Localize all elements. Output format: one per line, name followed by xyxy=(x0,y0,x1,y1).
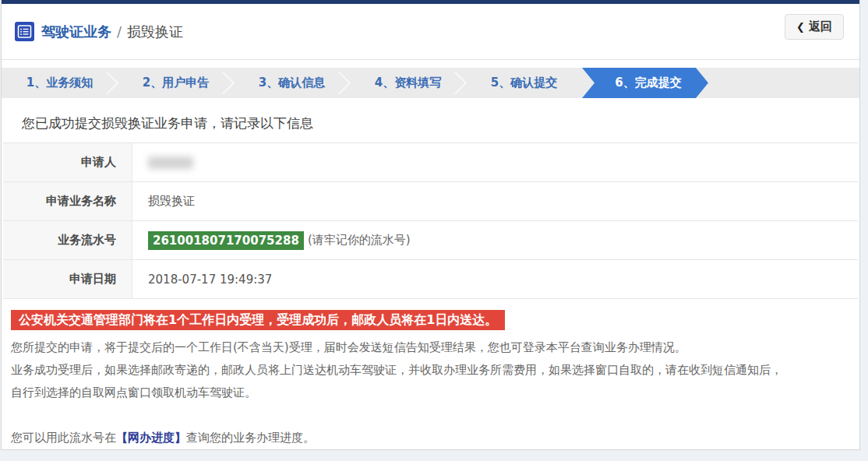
step-5-confirm-submit: 5、确认提交 xyxy=(466,68,582,98)
instruction-line: 您所提交的申请，将于提交后的一个工作日(不含当天)受理，届时会发送短信告知受理结… xyxy=(11,336,859,359)
main-panel: 驾驶证业务 / 损毁换证 ❮ 返回 1、业务须知 2、用户申告 3、确认信息 4… xyxy=(1,0,860,450)
row-label: 申请日期 xyxy=(3,260,132,298)
row-label: 申请业务名称 xyxy=(3,182,132,220)
page-title: 驾驶证业务 xyxy=(41,23,111,41)
redacted-applicant-name xyxy=(148,157,193,169)
back-button-label: 返回 xyxy=(809,19,832,34)
serial-number-note: (请牢记你的流水号) xyxy=(308,233,411,248)
step-3-confirm-info: 3、确认信息 xyxy=(234,68,350,98)
row-value: 损毁换证 xyxy=(132,182,195,220)
chevron-left-icon: ❮ xyxy=(796,21,805,33)
online-progress-link[interactable]: 【网办进度】 xyxy=(116,431,186,445)
instructions-paragraphs: 您所提交的申请，将于提交后的一个工作日(不含当天)受理，届时会发送短信告知受理结… xyxy=(11,336,859,404)
table-row-apply-date: 申请日期 2018-07-17 19:49:37 xyxy=(3,260,858,299)
row-value: 261001807170075288 (请牢记你的流水号) xyxy=(132,221,411,259)
table-row-serial-number: 业务流水号 261001807170075288 (请牢记你的流水号) xyxy=(3,221,858,260)
step-progress-bar: 1、业务须知 2、用户申告 3、确认信息 4、资料填写 5、确认提交 6、完成提… xyxy=(2,68,859,98)
back-button[interactable]: ❮ 返回 xyxy=(785,14,844,40)
breadcrumb: 驾驶证业务 / 损毁换证 xyxy=(15,4,183,59)
instruction-line: 自行到选择的自取网点窗口领取机动车驾驶证。 xyxy=(11,382,859,404)
processing-alert-banner: 公安机关交通管理部门将在1个工作日内受理，受理成功后，邮政人员将在1日内送达。 xyxy=(11,310,505,330)
page-header: 驾驶证业务 / 损毁换证 ❮ 返回 xyxy=(2,4,859,60)
breadcrumb-separator: / xyxy=(117,23,122,40)
row-value: 2018-07-17 19:49:37 xyxy=(132,260,272,298)
table-row-applicant: 申请人 xyxy=(3,143,858,182)
step-6-complete-submit: 6、完成提交 xyxy=(582,68,708,98)
hint-suffix: 查询您的业务办理进度。 xyxy=(186,431,315,445)
step-1-business-notice: 1、业务须知 xyxy=(2,68,118,98)
row-label: 业务流水号 xyxy=(3,221,132,259)
row-value xyxy=(132,143,193,181)
step-2-user-declaration: 2、用户申告 xyxy=(118,68,234,98)
page-subtitle: 损毁换证 xyxy=(127,23,183,41)
instruction-line: 业务成功受理后，如果选择邮政寄递的，邮政人员将上门送达机动车驾驶证，并收取办理业… xyxy=(11,359,859,382)
table-row-business-name: 申请业务名称 损毁换证 xyxy=(3,182,858,221)
application-info-table: 申请人 申请业务名称 损毁换证 业务流水号 261001807170075288… xyxy=(3,143,858,299)
list-icon xyxy=(15,22,34,41)
row-label: 申请人 xyxy=(3,143,132,181)
progress-query-hint: 您可以用此流水号在【网办进度】查询您的业务办理进度。 xyxy=(11,430,859,445)
serial-number-badge: 261001807170075288 xyxy=(148,231,304,250)
step-4-fill-data: 4、资料填写 xyxy=(350,68,466,98)
success-heading: 您已成功提交损毁换证业务申请，请记录以下信息 xyxy=(22,114,859,132)
hint-prefix: 您可以用此流水号在 xyxy=(11,431,116,445)
